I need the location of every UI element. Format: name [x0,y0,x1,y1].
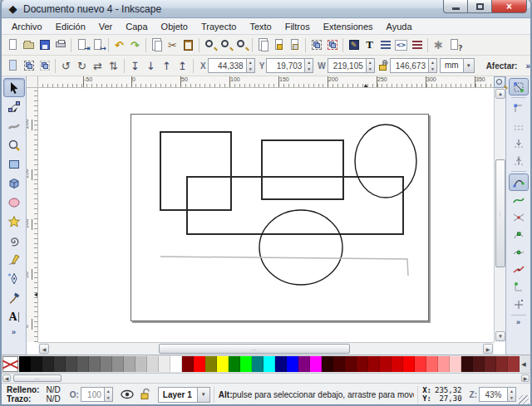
zoom-tool-button[interactable] [3,135,25,154]
menu-ayuda[interactable]: Ayuda [380,20,419,33]
title-bar[interactable]: ◆ Documento nuevo 4 - Inkscape × [2,0,530,18]
zoom-spin-arrows[interactable]: ▲▼ [507,387,516,402]
menu-extensiones[interactable]: Extensiones [317,20,380,33]
zoom-page-button[interactable] [234,37,249,54]
drawing-shapes[interactable] [38,88,492,342]
snap-bbox-corner-button[interactable] [509,100,529,117]
palette-swatch[interactable] [380,356,392,372]
unlink-clone-button[interactable] [287,37,303,54]
lower-button[interactable]: ↓ [143,57,159,75]
palette-swatch[interactable] [217,356,229,372]
vertical-scroll-thumb[interactable]: ⋮ [495,159,505,267]
palette-swatch[interactable] [298,356,310,372]
snap-line-midpoint-button[interactable] [509,261,529,278]
vertical-ruler[interactable]: 200150100500 [27,88,38,342]
menu-trayecto[interactable]: Trayecto [195,20,243,33]
scroll-up-button[interactable]: ▲ [495,89,505,99]
snap-path-intersection-button[interactable] [509,208,529,226]
opacity-input[interactable] [81,387,104,402]
canvas-shape-rect[interactable] [262,140,343,199]
palette-swatch[interactable] [31,356,42,372]
palette-swatch[interactable] [101,356,112,372]
opacity-spin-arrows[interactable]: ▲▼ [104,387,113,402]
zoom-drawing-button[interactable] [218,37,234,54]
palette-swatch[interactable] [275,356,287,372]
canvas-shape-ellipse[interactable] [355,125,416,198]
palette-swatch[interactable] [170,356,182,372]
fill-stroke-button[interactable]: ✎ [346,37,362,54]
y-spin-arrows[interactable]: ▲▼ [304,58,313,73]
layers-dialog-button[interactable] [377,37,393,54]
ungroup-button[interactable] [324,37,340,54]
pencil-tool-button[interactable] [3,250,25,269]
canvas-viewport[interactable] [38,88,494,342]
new-document-button[interactable] [5,37,21,54]
sticky-zoom-button[interactable] [494,76,505,88]
ellipse-tool-button[interactable] [3,193,25,212]
preferences-button[interactable]: ✱ [431,37,446,54]
w-input[interactable] [328,58,366,73]
layer-lock-icon[interactable] [138,388,153,401]
palette-swatch[interactable] [135,356,147,372]
group-button[interactable] [308,37,324,54]
menu-archivo[interactable]: Archivo [5,20,49,33]
snap-path-button[interactable] [509,191,529,208]
zoom-input[interactable] [479,387,507,402]
palette-swatch[interactable] [240,356,252,372]
palette-swatch[interactable] [112,356,124,372]
snap-rotation-center-button[interactable] [509,296,529,313]
zoom-selection-button[interactable] [202,37,218,54]
undo-button[interactable]: ↶ [111,37,127,54]
x-spin-arrows[interactable]: ▲▼ [246,58,255,73]
print-button[interactable] [52,37,68,54]
lower-bottom-button[interactable]: ↧ [127,57,143,75]
toolbox-overflow-button[interactable]: » [12,328,16,336]
w-spin-arrows[interactable]: ▲▼ [366,58,375,73]
palette-swatch[interactable] [496,356,508,372]
palette-swatch[interactable] [159,356,170,372]
window-resize-grip[interactable] [519,395,529,405]
palette-scroll-right-button[interactable]: ▶ [521,374,530,382]
redo-button[interactable]: ↷ [127,37,143,54]
palette-swatch[interactable] [345,356,357,372]
maximize-button[interactable] [467,0,491,13]
menu-capa[interactable]: Capa [119,20,154,33]
palette-swatch[interactable] [252,356,264,372]
palette-swatch[interactable] [357,356,368,372]
canvas-shape-polyline[interactable] [160,257,408,276]
palette-swatch[interactable] [182,356,194,372]
palette-swatch[interactable] [19,356,31,372]
flip-vertical-button[interactable]: ⇅ [106,57,121,75]
layer-visibility-eye-icon[interactable] [120,388,135,401]
clone-button[interactable] [271,37,287,54]
horizontal-ruler[interactable]: -50050100150200250300350 [38,76,494,88]
palette-swatch[interactable] [264,356,275,372]
menu-edicin[interactable]: Edición [49,20,92,33]
palette-prev-arrow-icon[interactable]: ◀ [520,356,528,372]
cut-button[interactable]: ✂ [165,37,180,54]
palette-swatch[interactable] [147,356,159,372]
palette-swatch[interactable] [77,356,89,372]
align-dialog-button[interactable] [409,37,425,54]
save-button[interactable] [37,37,52,54]
snap-bbox-edge-midpoint-button[interactable] [509,135,529,152]
palette-swatch-none[interactable] [2,356,18,372]
export-button[interactable]: ↦ [90,37,106,54]
palette-swatch[interactable] [66,356,77,372]
select-all-button[interactable] [5,57,21,75]
y-input[interactable] [266,58,304,73]
palette-swatch[interactable] [205,356,217,372]
horizontal-scroll-thumb[interactable]: ⋯ [159,344,350,354]
fill-stroke-indicator[interactable]: Relleno: N/D Trazo: N/D [7,385,61,404]
menu-filtros[interactable]: Filtros [278,20,317,33]
text-tool-button[interactable]: A [3,307,25,326]
canvas-shape-rect[interactable] [160,132,231,210]
scroll-down-button[interactable]: ▼ [495,331,505,341]
palette-scroll-thumb[interactable]: ⋯ [13,374,62,382]
palette-swatch[interactable] [450,356,461,372]
palette-swatch[interactable] [415,356,426,372]
snap-bbox-edge-button[interactable] [509,117,529,135]
options-overflow-button[interactable]: » [525,61,530,71]
tweak-tool-button[interactable] [3,116,25,135]
layer-selector[interactable]: Layer 1 ▼ [158,387,210,403]
